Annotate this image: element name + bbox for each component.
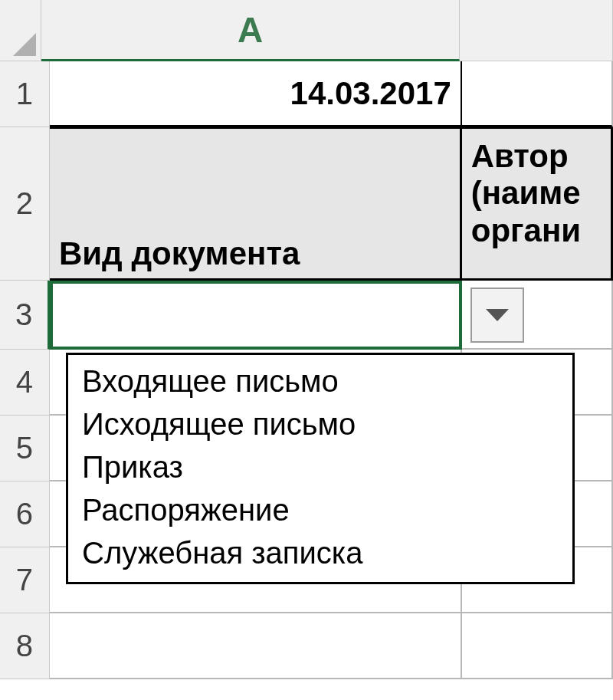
row-header-1[interactable]: 1 bbox=[0, 61, 50, 127]
cell-A8[interactable] bbox=[50, 613, 462, 679]
row-header-7[interactable]: 7 bbox=[0, 547, 50, 613]
spreadsheet-view: A 1 14.03.2017 2 Вид документа Автор (на… bbox=[0, 0, 613, 700]
row-header-3[interactable]: 3 bbox=[0, 281, 50, 350]
svg-marker-0 bbox=[486, 309, 509, 321]
dropdown-option[interactable]: Исходящее письмо bbox=[79, 403, 562, 445]
cell-A2[interactable]: Вид документа bbox=[50, 127, 462, 281]
row-header-6[interactable]: 6 bbox=[0, 481, 50, 547]
row-header-8[interactable]: 8 bbox=[0, 613, 50, 679]
row-header-2[interactable]: 2 bbox=[0, 127, 50, 281]
cell-A1[interactable]: 14.03.2017 bbox=[50, 61, 462, 127]
row-1: 1 14.03.2017 bbox=[0, 61, 613, 127]
row-2: 2 Вид документа Автор (наиме органи bbox=[0, 127, 613, 281]
cell-B2[interactable]: Автор (наиме органи bbox=[462, 127, 613, 281]
row-3: 3 bbox=[0, 281, 613, 350]
chevron-down-icon bbox=[486, 307, 509, 323]
data-validation-dropdown-list[interactable]: Входящее письмо Исходящее письмо Приказ … bbox=[66, 353, 575, 584]
cell-B1[interactable] bbox=[462, 61, 613, 127]
data-validation-dropdown-button[interactable] bbox=[470, 288, 524, 343]
dropdown-option[interactable]: Входящее письмо bbox=[79, 360, 562, 403]
column-header-B[interactable] bbox=[460, 0, 613, 61]
dropdown-option[interactable]: Служебная записка bbox=[79, 531, 562, 574]
column-header-row: A bbox=[0, 0, 613, 61]
dropdown-option[interactable]: Приказ bbox=[79, 445, 562, 488]
dropdown-option[interactable]: Распоряжение bbox=[79, 488, 562, 531]
row-header-4[interactable]: 4 bbox=[0, 350, 50, 416]
column-header-A[interactable]: A bbox=[41, 0, 460, 61]
cell-B8[interactable] bbox=[462, 613, 613, 679]
row-header-5[interactable]: 5 bbox=[0, 416, 50, 481]
cell-A3-active[interactable] bbox=[50, 281, 462, 350]
select-all-corner[interactable] bbox=[0, 0, 41, 61]
row-8: 8 bbox=[0, 613, 613, 679]
